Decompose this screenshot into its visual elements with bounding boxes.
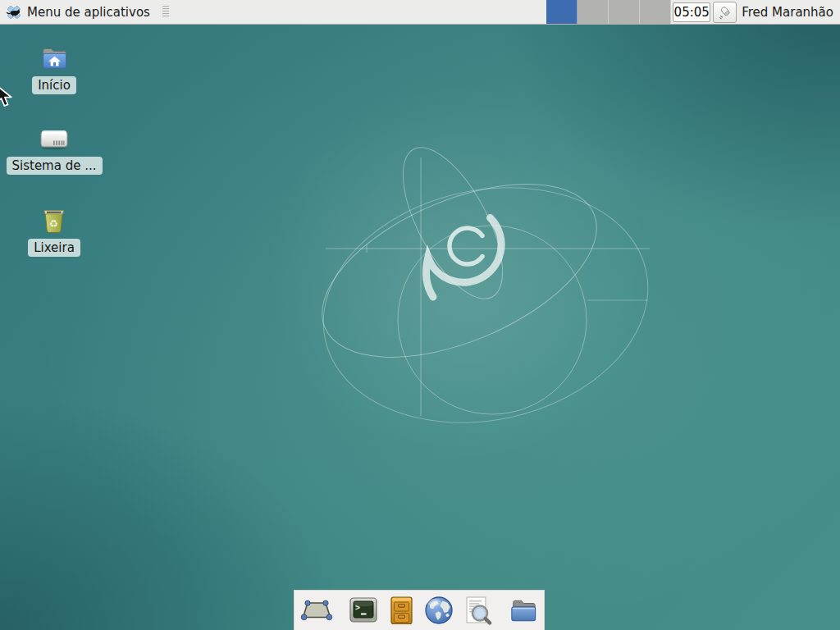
desktop-screen: Menu de aplicativos 05:05 Fred Maranhão <box>0 0 840 630</box>
web-browser-globe-icon <box>423 595 454 626</box>
clock-time: 05:05 <box>674 5 710 20</box>
workspace-4[interactable] <box>640 0 671 24</box>
app-finder-launcher[interactable] <box>462 594 493 627</box>
desktop-icon-filesystem[interactable]: Sistema de ... <box>7 125 103 175</box>
workspace-switcher <box>546 0 671 24</box>
file-cabinet-icon <box>386 595 416 626</box>
terminal-icon: > <box>348 596 379 625</box>
terminal-launcher[interactable]: > <box>348 594 379 627</box>
bottom-dock-panel: > <box>294 590 545 630</box>
desktop-icon-label: Sistema de ... <box>7 157 103 175</box>
file-manager-launcher[interactable] <box>508 594 539 627</box>
workspace-2[interactable] <box>578 0 609 24</box>
debian-swirl <box>426 218 501 298</box>
show-desktop-icon <box>300 596 333 624</box>
workspace-1[interactable] <box>546 0 578 24</box>
blue-folder-icon <box>508 596 539 624</box>
document-magnifier-icon <box>462 595 493 626</box>
file-cabinet-launcher[interactable] <box>386 594 416 627</box>
user-actions-button[interactable]: Fred Maranhão <box>742 5 840 20</box>
panel-tool-button[interactable] <box>713 2 737 23</box>
panel-right-plugins: 05:05 Fred Maranhão <box>546 0 840 24</box>
hard-drive-icon <box>38 125 71 153</box>
trash-can-icon: ♻ <box>39 205 69 235</box>
desktop-icon-trash[interactable]: ♻ Lixeira <box>28 205 80 257</box>
show-desktop-button[interactable] <box>300 594 333 627</box>
mouse-cursor <box>0 84 16 110</box>
panel-clock[interactable]: 05:05 <box>673 2 710 22</box>
xfce-mouse-logo-icon <box>5 3 23 21</box>
panel-drag-handle[interactable] <box>162 6 169 18</box>
applications-menu-label: Menu de aplicativos <box>27 5 150 20</box>
workspace-3[interactable] <box>609 0 640 24</box>
debian-wallpaper-artwork <box>0 0 840 630</box>
desktop-icon-home[interactable]: Início <box>32 44 76 94</box>
desktop-icon-label: Lixeira <box>28 239 80 257</box>
home-folder-icon <box>39 44 70 72</box>
top-panel: Menu de aplicativos 05:05 Fred Maranhão <box>0 0 840 25</box>
web-browser-launcher[interactable] <box>423 594 454 627</box>
desktop-icon-list: Início Sistema de ... <box>9 44 99 257</box>
svg-text:>: > <box>355 603 360 612</box>
desktop-icon-label: Início <box>32 76 76 94</box>
svg-text:♻: ♻ <box>49 217 58 230</box>
mouse-device-icon <box>718 5 733 20</box>
applications-menu-button[interactable]: Menu de aplicativos <box>0 0 155 24</box>
